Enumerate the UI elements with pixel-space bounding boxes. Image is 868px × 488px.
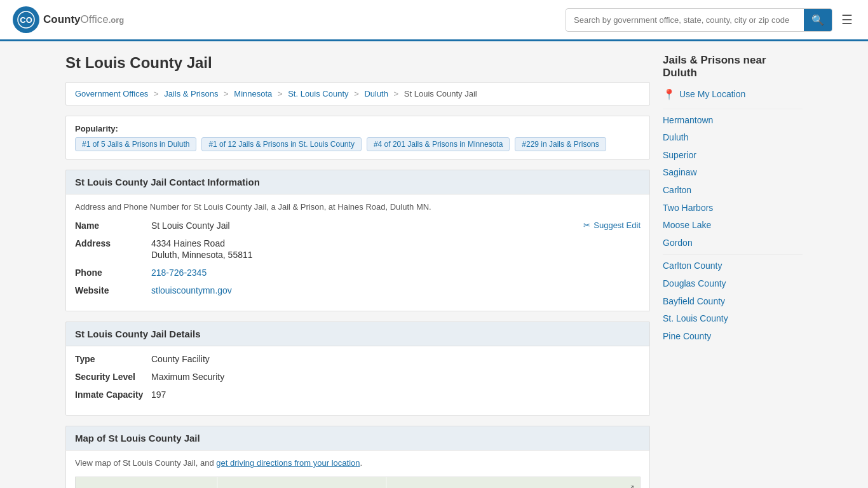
map-section-header: Map of St Louis County Jail [65,426,650,451]
page-title: St Louis County Jail [65,54,650,72]
sidebar-divider-top [663,109,803,109]
breadcrumb-link-4[interactable]: Duluth [364,89,388,98]
capacity-value: 197 [151,390,641,400]
type-value: County Facility [151,354,641,364]
name-value: St Louis County Jail [151,220,583,231]
sidebar-link-3[interactable]: Saginaw [663,166,803,179]
breadcrumb: Government Offices > Jails & Prisons > M… [65,82,650,105]
suggest-edit-label: Suggest Edit [593,220,641,230]
breadcrumb-current: St Louis County Jail [404,89,477,98]
pop-badge-1: #1 of 12 Jails & Prisons in St. Louis Co… [201,137,361,151]
security-label: Security Level [75,372,151,382]
map-directions-link[interactable]: get driving directions from your locatio… [216,458,360,468]
map-card: View map of St Louis County Jail, and ge… [65,451,650,488]
capacity-label: Inmate Capacity [75,390,151,400]
contact-description: Address and Phone Number for St Louis Co… [75,202,641,212]
logo[interactable]: CO CountyOffice.org [13,6,124,33]
capacity-row: Inmate Capacity 197 [75,390,641,400]
map-road-v2 [386,477,387,488]
popularity-badges: #1 of 5 Jails & Prisons in Duluth #1 of … [75,137,641,151]
phone-value: 218-726-2345 [151,268,641,278]
address-label: Address [75,238,151,260]
website-label: Website [75,285,151,295]
expand-icon: ⤢ [627,482,635,488]
edit-icon: ✂ [583,220,590,230]
site-header: CO CountyOffice.org 🔍 ☰ [0,0,868,41]
breadcrumb-sep-2: > [278,89,283,98]
breadcrumb-sep-3: > [354,89,359,98]
sidebar-location[interactable]: 📍 Use My Location [663,88,803,101]
contact-section-header: St Louis County Jail Contact Information [65,170,650,194]
map-desc-prefix: View map of St Louis County Jail, and [75,458,216,468]
sidebar-link-11[interactable]: St. Louis County [663,313,803,325]
popularity-bar: Popularity: #1 of 5 Jails & Prisons in D… [65,116,650,159]
header-right: 🔍 ☰ [566,8,855,32]
phone-row: Phone 218-726-2345 [75,268,641,278]
sidebar-link-9[interactable]: Douglas County [663,278,803,290]
main-container: St Louis County Jail Government Offices … [53,41,815,488]
content-area: St Louis County Jail Government Offices … [65,54,650,488]
address-row: Address 4334 Haines Road Duluth, Minneso… [75,238,641,260]
phone-label: Phone [75,268,151,278]
sidebar-link-7[interactable]: Gordon [663,237,803,250]
logo-text: CountyOffice.org [43,13,124,26]
pop-badge-0: #1 of 5 Jails & Prisons in Duluth [75,137,196,151]
sidebar-link-5[interactable]: Two Harbors [663,202,803,215]
website-value: stlouiscountymn.gov [151,285,641,295]
map-grid [76,477,640,488]
name-label: Name [75,220,151,231]
search-button[interactable]: 🔍 [804,9,832,31]
sidebar-link-0[interactable]: Hermantown [663,114,803,127]
details-section-header: St Louis County Jail Details [65,322,650,346]
sidebar-link-6[interactable]: Moose Lake [663,219,803,232]
map-desc-suffix: . [360,458,363,468]
website-link[interactable]: stlouiscountymn.gov [151,285,232,295]
sidebar-link-12[interactable]: Pine County [663,330,803,343]
map-description: View map of St Louis County Jail, and ge… [75,458,641,468]
sidebar-title: Jails & Prisons near Duluth [663,54,803,79]
map-placeholder[interactable]: St Louis County Jail ⤢ [75,477,641,488]
pop-badge-2: #4 of 201 Jails & Prisons in Minnesota [367,137,510,151]
address-line1: 4334 Haines Road [151,238,225,248]
logo-icon: CO [13,6,39,33]
breadcrumb-sep-1: > [224,89,229,98]
search-input[interactable] [566,10,804,30]
details-card: Type County Facility Security Level Maxi… [65,346,650,416]
sidebar: Jails & Prisons near Duluth 📍 Use My Loc… [663,54,803,488]
sidebar-link-8[interactable]: Carlton County [663,260,803,273]
breadcrumb-link-3[interactable]: St. Louis County [288,89,348,98]
breadcrumb-sep-0: > [154,89,159,98]
contact-card: Address and Phone Number for St Louis Co… [65,194,650,311]
sidebar-link-1[interactable]: Duluth [663,132,803,144]
address-value: 4334 Haines Road Duluth, Minnesota, 5581… [151,238,641,260]
security-value: Maximum Security [151,372,641,382]
map-road-v1 [217,477,218,488]
type-row: Type County Facility [75,354,641,364]
security-row: Security Level Maximum Security [75,372,641,382]
sidebar-link-2[interactable]: Superior [663,149,803,162]
name-row: Name St Louis County Jail ✂ Suggest Edit [75,220,641,231]
svg-text:CO: CO [20,15,32,25]
location-icon: 📍 [663,88,675,100]
sidebar-link-10[interactable]: Bayfield County [663,295,803,308]
pop-badge-3: #229 in Jails & Prisons [515,137,606,151]
breadcrumb-link-2[interactable]: Minnesota [234,89,272,98]
type-label: Type [75,354,151,364]
breadcrumb-link-0[interactable]: Government Offices [75,89,148,98]
popularity-label: Popularity: [75,124,118,133]
search-bar: 🔍 [566,8,832,32]
address-line2: Duluth, Minnesota, 55811 [151,250,641,260]
breadcrumb-link-1[interactable]: Jails & Prisons [164,89,218,98]
menu-button[interactable]: ☰ [839,10,855,30]
breadcrumb-sep-4: > [394,89,399,98]
website-row: Website stlouiscountymn.gov [75,285,641,295]
phone-link[interactable]: 218-726-2345 [151,268,207,278]
sidebar-divider-mid [663,254,803,255]
suggest-edit-button[interactable]: ✂ Suggest Edit [583,220,641,230]
sidebar-link-4[interactable]: Carlton [663,184,803,197]
use-location-link[interactable]: Use My Location [679,88,745,101]
